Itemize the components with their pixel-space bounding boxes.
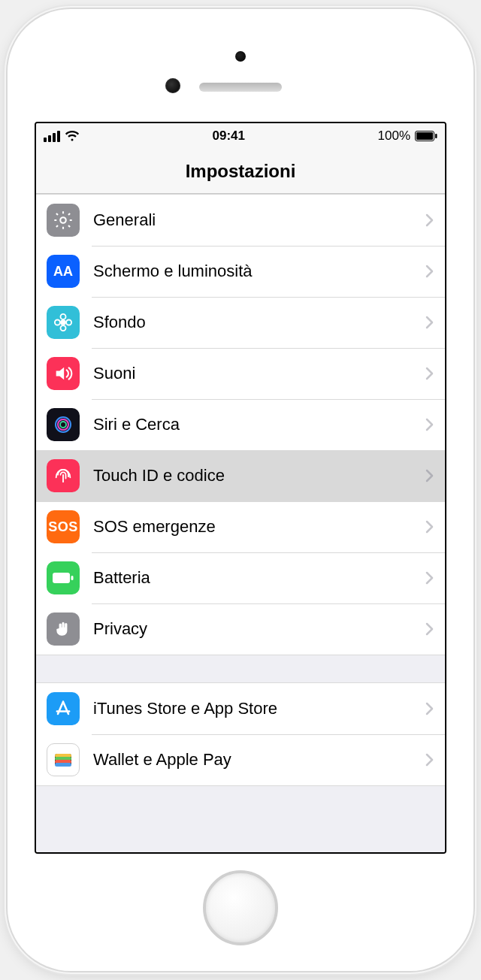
svg-point-11 bbox=[60, 422, 66, 428]
chevron-right-icon bbox=[425, 622, 434, 636]
settings-row-display[interactable]: AA Schermo e luminosità bbox=[36, 246, 445, 297]
row-label: Siri e Cerca bbox=[93, 415, 425, 434]
hand-icon bbox=[47, 612, 80, 646]
wallet-icon bbox=[47, 743, 80, 776]
row-label: Wallet e Apple Pay bbox=[93, 750, 425, 770]
row-label: Batteria bbox=[93, 568, 425, 588]
appstore-icon bbox=[47, 692, 80, 725]
chevron-right-icon bbox=[425, 469, 434, 482]
fingerprint-icon bbox=[47, 459, 80, 492]
wifi-icon bbox=[65, 131, 80, 142]
chevron-right-icon bbox=[425, 520, 434, 534]
svg-rect-18 bbox=[55, 763, 71, 767]
nav-header: Impostazioni bbox=[36, 149, 445, 194]
row-label: Generali bbox=[93, 210, 425, 230]
svg-rect-2 bbox=[435, 134, 437, 138]
svg-point-5 bbox=[61, 314, 66, 319]
svg-rect-13 bbox=[71, 576, 74, 580]
settings-group-stores: iTunes Store e App Store Wallet e Apple … bbox=[36, 682, 445, 786]
screen: 09:41 100% Impostazioni Generali bbox=[35, 122, 446, 854]
settings-row-wallet[interactable]: Wallet e Apple Pay bbox=[36, 734, 445, 785]
settings-list[interactable]: Generali AA Schermo e luminosità Sfondo bbox=[36, 194, 445, 852]
earpiece-speaker bbox=[199, 83, 282, 92]
settings-row-privacy[interactable]: Privacy bbox=[36, 603, 445, 655]
row-label: Sfondo bbox=[93, 313, 425, 332]
battery-icon bbox=[47, 561, 80, 594]
svg-point-8 bbox=[66, 320, 71, 325]
sos-icon: SOS bbox=[47, 510, 80, 543]
settings-group-main: Generali AA Schermo e luminosità Sfondo bbox=[36, 194, 445, 655]
row-label: Schermo e luminosità bbox=[93, 262, 425, 281]
svg-point-4 bbox=[61, 320, 65, 325]
battery-icon bbox=[415, 131, 437, 141]
svg-rect-12 bbox=[53, 573, 70, 583]
cellular-signal-icon bbox=[44, 131, 60, 142]
chevron-right-icon bbox=[425, 702, 434, 715]
proximity-sensor bbox=[235, 51, 246, 62]
flower-icon bbox=[47, 306, 80, 339]
chevron-right-icon bbox=[425, 316, 434, 329]
siri-icon bbox=[47, 408, 80, 441]
iphone-device-frame: 09:41 100% Impostazioni Generali bbox=[8, 9, 473, 971]
display-icon: AA bbox=[47, 255, 80, 288]
svg-point-7 bbox=[55, 320, 60, 325]
settings-row-wallpaper[interactable]: Sfondo bbox=[36, 297, 445, 348]
chevron-right-icon bbox=[425, 265, 434, 278]
gear-icon bbox=[47, 204, 80, 237]
group-spacer bbox=[36, 655, 445, 682]
home-button[interactable] bbox=[203, 870, 278, 945]
status-bar-time: 09:41 bbox=[213, 129, 245, 144]
row-label: SOS emergenze bbox=[93, 517, 425, 537]
svg-point-3 bbox=[60, 217, 65, 222]
chevron-right-icon bbox=[425, 753, 434, 767]
battery-percent-label: 100% bbox=[378, 129, 410, 144]
row-label: Touch ID e codice bbox=[93, 466, 425, 485]
settings-row-battery[interactable]: Batteria bbox=[36, 552, 445, 603]
settings-row-sounds[interactable]: Suoni bbox=[36, 348, 445, 399]
settings-row-general[interactable]: Generali bbox=[36, 195, 445, 246]
chevron-right-icon bbox=[425, 571, 434, 585]
svg-point-6 bbox=[61, 325, 66, 331]
settings-row-siri[interactable]: Siri e Cerca bbox=[36, 399, 445, 450]
chevron-right-icon bbox=[425, 367, 434, 380]
page-title: Impostazioni bbox=[186, 161, 296, 182]
chevron-right-icon bbox=[425, 418, 434, 431]
row-label: Suoni bbox=[93, 364, 425, 383]
settings-row-sos[interactable]: SOS SOS emergenze bbox=[36, 501, 445, 552]
front-camera bbox=[165, 78, 180, 93]
row-label: iTunes Store e App Store bbox=[93, 699, 425, 718]
settings-row-touchid[interactable]: Touch ID e codice bbox=[36, 450, 445, 501]
speaker-icon bbox=[47, 357, 80, 390]
row-label: Privacy bbox=[93, 619, 425, 639]
settings-row-appstore[interactable]: iTunes Store e App Store bbox=[36, 683, 445, 734]
svg-rect-1 bbox=[416, 132, 433, 140]
status-bar: 09:41 100% bbox=[36, 123, 445, 149]
chevron-right-icon bbox=[425, 213, 434, 227]
